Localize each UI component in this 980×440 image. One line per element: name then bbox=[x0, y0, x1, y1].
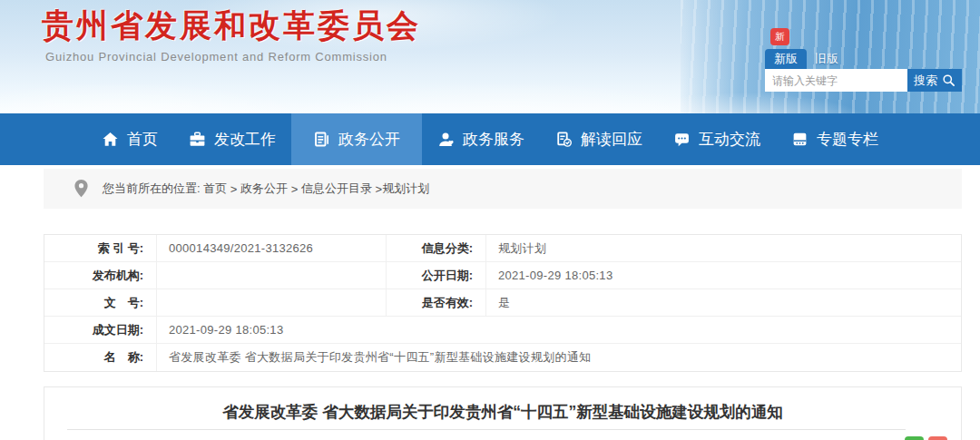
nav-item-special-topics[interactable]: 专题专栏 bbox=[776, 113, 894, 165]
nav-item-interpretation[interactable]: 解读回应 bbox=[540, 113, 658, 165]
article-content-box: 省发展改革委 省大数据局关于印发贵州省“十四五”新型基础设施建设规划的通知 bbox=[44, 386, 962, 440]
meta-label-written-date: 成文日期: bbox=[44, 317, 157, 343]
meta-value-index-number: 000014349/2021-3132626 bbox=[157, 235, 387, 261]
meta-label-publisher: 发布机构: bbox=[44, 262, 157, 288]
version-tab-new[interactable]: 新版 bbox=[765, 49, 807, 69]
nav-item-label: 发改工作 bbox=[214, 129, 276, 150]
breadcrumb-item-planning[interactable]: 规划计划 bbox=[382, 181, 429, 197]
nav-item-label: 解读回应 bbox=[581, 129, 642, 150]
breadcrumb-prefix: 您当前所在的位置: bbox=[103, 181, 201, 197]
user-icon bbox=[437, 131, 455, 148]
divider bbox=[67, 429, 906, 430]
breadcrumb-separator: > bbox=[372, 182, 382, 196]
location-pin-icon bbox=[74, 180, 88, 198]
nav-item-interaction[interactable]: 互动交流 bbox=[658, 113, 776, 165]
table-row: 名 称: 省发展改革委 省大数据局关于印发贵州省“十四五”新型基础设施建设规划的… bbox=[44, 344, 961, 371]
new-version-badge: 新 bbox=[770, 28, 789, 45]
search-input[interactable] bbox=[765, 69, 907, 92]
site-subtitle-en: Guizhou Provincial Development and Refor… bbox=[42, 50, 421, 64]
search-button-label: 搜索 bbox=[914, 73, 937, 89]
meta-value-info-category: 规划计划 bbox=[486, 235, 961, 261]
chat-icon bbox=[673, 131, 691, 148]
breadcrumb-separator: > bbox=[288, 182, 301, 196]
meta-value-validity: 是 bbox=[486, 289, 961, 316]
briefcase-icon bbox=[189, 131, 206, 148]
search-icon bbox=[942, 73, 956, 87]
breadcrumb-item-gov-disclosure[interactable]: 政务公开 bbox=[240, 181, 288, 197]
meta-value-publish-date: 2021-09-29 18:05:13 bbox=[486, 262, 961, 288]
site-header: 贵州省发展和改革委员会 Guizhou Provincial Developme… bbox=[0, 0, 980, 113]
nav-item-gov-disclosure[interactable]: 政务公开 bbox=[291, 113, 422, 165]
nav-item-label: 互动交流 bbox=[699, 129, 760, 150]
share-wechat-button[interactable] bbox=[905, 436, 924, 440]
table-row: 发布机构: 公开日期: 2021-09-29 18:05:13 bbox=[44, 262, 961, 289]
breadcrumb-item-info-directory[interactable]: 信息公开目录 bbox=[301, 181, 372, 197]
site-logo[interactable]: 贵州省发展和改革委员会 Guizhou Provincial Developme… bbox=[42, 5, 421, 64]
home-icon bbox=[102, 131, 119, 148]
site-title: 贵州省发展和改革委员会 bbox=[42, 5, 421, 47]
search-button[interactable]: 搜索 bbox=[907, 69, 962, 92]
meta-value-title: 省发展改革委 省大数据局关于印发贵州省“十四五”新型基础设施建设规划的通知 bbox=[157, 344, 961, 371]
nav-item-label: 政务公开 bbox=[338, 129, 400, 150]
breadcrumb: 您当前所在的位置: 首页 > 政务公开 > 信息公开目录 > 规划计划 bbox=[44, 169, 962, 209]
nav-item-label: 专题专栏 bbox=[817, 129, 878, 150]
calendar-icon bbox=[791, 131, 808, 148]
table-row: 文 号: 是否有效: 是 bbox=[44, 289, 961, 317]
meta-value-publisher bbox=[157, 262, 387, 288]
breadcrumb-separator: > bbox=[227, 182, 240, 196]
meta-label-doc-number: 文 号: bbox=[44, 289, 157, 316]
meta-value-written-date: 2021-09-29 18:05:13 bbox=[157, 317, 961, 343]
share-weibo-button[interactable] bbox=[928, 436, 947, 440]
nav-item-label: 政务服务 bbox=[463, 129, 524, 150]
table-row: 索 引 号: 000014349/2021-3132626 信息分类: 规划计划 bbox=[44, 235, 961, 262]
meta-label-index-number: 索 引 号: bbox=[44, 235, 157, 261]
meta-label-info-category: 信息分类: bbox=[387, 235, 486, 261]
nav-item-label: 首页 bbox=[127, 129, 158, 150]
meta-label-title: 名 称: bbox=[44, 344, 157, 371]
document-meta-table: 索 引 号: 000014349/2021-3132626 信息分类: 规划计划… bbox=[44, 234, 962, 372]
breadcrumb-item-home[interactable]: 首页 bbox=[203, 181, 227, 197]
table-row: 成文日期: 2021-09-29 18:05:13 bbox=[44, 317, 961, 344]
main-nav: 首页 发改工作 政务公开 政务服务 解读回应 bbox=[0, 113, 980, 165]
doc-check-icon bbox=[555, 131, 573, 148]
nav-item-gov-services[interactable]: 政务服务 bbox=[422, 113, 540, 165]
nav-item-home[interactable]: 首页 bbox=[86, 113, 173, 165]
meta-label-validity: 是否有效: bbox=[387, 289, 486, 316]
meta-value-doc-number bbox=[157, 289, 387, 316]
version-tab-old[interactable]: 旧版 bbox=[806, 49, 848, 69]
article-title: 省发展改革委 省大数据局关于印发贵州省“十四五”新型基础设施建设规划的通知 bbox=[44, 401, 961, 423]
nav-item-work[interactable]: 发改工作 bbox=[173, 113, 291, 165]
document-icon bbox=[313, 131, 330, 148]
meta-label-publish-date: 公开日期: bbox=[387, 262, 486, 288]
